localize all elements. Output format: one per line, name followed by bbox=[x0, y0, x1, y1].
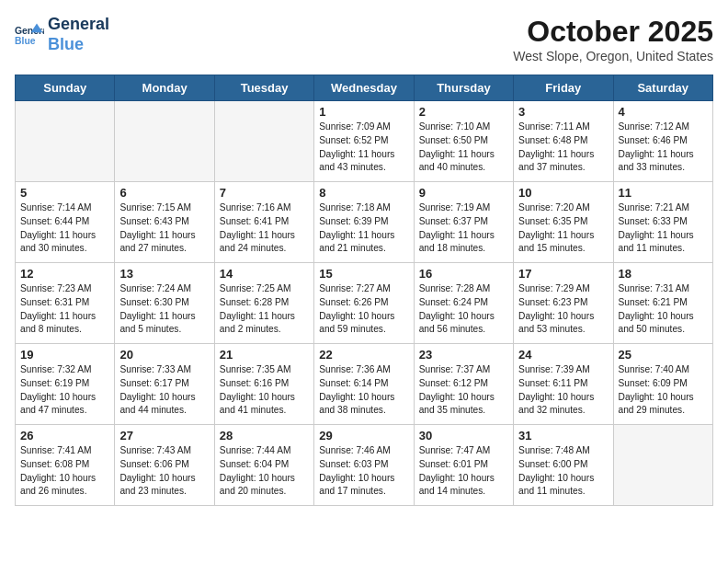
cell-info: Sunrise: 7:25 AMSunset: 6:28 PMDaylight:… bbox=[220, 282, 309, 337]
day-number: 8 bbox=[319, 186, 408, 200]
calendar-cell: 31Sunrise: 7:48 AMSunset: 6:00 PMDayligh… bbox=[514, 425, 613, 506]
day-number: 2 bbox=[419, 105, 508, 119]
cell-info: Sunrise: 7:21 AMSunset: 6:33 PMDaylight:… bbox=[619, 201, 708, 256]
calendar-cell: 19Sunrise: 7:32 AMSunset: 6:19 PMDayligh… bbox=[16, 344, 115, 425]
calendar-cell: 25Sunrise: 7:40 AMSunset: 6:09 PMDayligh… bbox=[613, 344, 712, 425]
cell-info: Sunrise: 7:11 AMSunset: 6:48 PMDaylight:… bbox=[518, 121, 608, 175]
day-number: 6 bbox=[119, 186, 209, 200]
day-number: 20 bbox=[119, 348, 209, 362]
cell-info: Sunrise: 7:47 AMSunset: 6:01 PMDaylight:… bbox=[419, 444, 508, 499]
cell-info: Sunrise: 7:15 AMSunset: 6:43 PMDaylight:… bbox=[119, 201, 209, 256]
cell-info: Sunrise: 7:32 AMSunset: 6:19 PMDaylight:… bbox=[20, 363, 109, 418]
day-number: 22 bbox=[319, 348, 408, 362]
cell-info: Sunrise: 7:09 AMSunset: 6:52 PMDaylight:… bbox=[319, 121, 408, 175]
calendar-cell: 28Sunrise: 7:44 AMSunset: 6:04 PMDayligh… bbox=[214, 425, 313, 506]
location: West Slope, Oregon, United States bbox=[513, 49, 713, 63]
weekday-header-monday: Monday bbox=[115, 75, 214, 101]
calendar-cell: 27Sunrise: 7:43 AMSunset: 6:06 PMDayligh… bbox=[115, 425, 214, 506]
weekday-header-wednesday: Wednesday bbox=[314, 75, 414, 101]
calendar-week-3: 12Sunrise: 7:23 AMSunset: 6:31 PMDayligh… bbox=[16, 263, 713, 344]
calendar-cell: 22Sunrise: 7:36 AMSunset: 6:14 PMDayligh… bbox=[314, 344, 414, 425]
calendar-week-4: 19Sunrise: 7:32 AMSunset: 6:19 PMDayligh… bbox=[16, 344, 713, 425]
calendar-cell: 12Sunrise: 7:23 AMSunset: 6:31 PMDayligh… bbox=[16, 263, 115, 344]
calendar-cell: 30Sunrise: 7:47 AMSunset: 6:01 PMDayligh… bbox=[414, 425, 513, 506]
weekday-header-sunday: Sunday bbox=[16, 75, 115, 101]
day-number: 31 bbox=[518, 429, 608, 442]
day-number: 17 bbox=[518, 267, 608, 281]
calendar-cell: 18Sunrise: 7:31 AMSunset: 6:21 PMDayligh… bbox=[613, 263, 712, 344]
weekday-header-friday: Friday bbox=[514, 75, 613, 101]
weekday-header-thursday: Thursday bbox=[414, 75, 513, 101]
svg-text:Blue: Blue bbox=[15, 36, 36, 46]
cell-info: Sunrise: 7:10 AMSunset: 6:50 PMDaylight:… bbox=[419, 121, 508, 175]
logo: General Blue General Blue bbox=[15, 15, 109, 54]
cell-info: Sunrise: 7:24 AMSunset: 6:30 PMDaylight:… bbox=[119, 282, 209, 337]
month-title: October 2025 bbox=[513, 15, 713, 49]
calendar-week-2: 5Sunrise: 7:14 AMSunset: 6:44 PMDaylight… bbox=[16, 182, 713, 263]
logo-icon: General Blue bbox=[15, 22, 44, 48]
day-number: 7 bbox=[220, 186, 309, 200]
cell-info: Sunrise: 7:36 AMSunset: 6:14 PMDaylight:… bbox=[319, 363, 408, 418]
calendar-cell: 24Sunrise: 7:39 AMSunset: 6:11 PMDayligh… bbox=[514, 344, 613, 425]
day-number: 18 bbox=[619, 267, 708, 281]
day-number: 25 bbox=[619, 348, 708, 362]
weekday-header-row: SundayMondayTuesdayWednesdayThursdayFrid… bbox=[16, 75, 713, 101]
day-number: 24 bbox=[518, 348, 608, 362]
cell-info: Sunrise: 7:28 AMSunset: 6:24 PMDaylight:… bbox=[419, 282, 508, 337]
calendar-cell bbox=[16, 101, 115, 182]
day-number: 29 bbox=[319, 429, 408, 442]
day-number: 16 bbox=[419, 267, 508, 281]
calendar-header: SundayMondayTuesdayWednesdayThursdayFrid… bbox=[16, 75, 713, 101]
cell-info: Sunrise: 7:41 AMSunset: 6:08 PMDaylight:… bbox=[20, 444, 109, 499]
calendar-cell: 11Sunrise: 7:21 AMSunset: 6:33 PMDayligh… bbox=[613, 182, 712, 263]
calendar-week-5: 26Sunrise: 7:41 AMSunset: 6:08 PMDayligh… bbox=[16, 425, 713, 506]
cell-info: Sunrise: 7:44 AMSunset: 6:04 PMDaylight:… bbox=[220, 444, 309, 499]
calendar-cell: 7Sunrise: 7:16 AMSunset: 6:41 PMDaylight… bbox=[214, 182, 313, 263]
day-number: 10 bbox=[518, 186, 608, 200]
calendar-cell: 17Sunrise: 7:29 AMSunset: 6:23 PMDayligh… bbox=[514, 263, 613, 344]
day-number: 13 bbox=[119, 267, 209, 281]
calendar-cell: 23Sunrise: 7:37 AMSunset: 6:12 PMDayligh… bbox=[414, 344, 513, 425]
cell-info: Sunrise: 7:16 AMSunset: 6:41 PMDaylight:… bbox=[220, 201, 309, 256]
calendar-cell: 20Sunrise: 7:33 AMSunset: 6:17 PMDayligh… bbox=[115, 344, 214, 425]
day-number: 23 bbox=[419, 348, 508, 362]
day-number: 26 bbox=[20, 429, 109, 442]
cell-info: Sunrise: 7:33 AMSunset: 6:17 PMDaylight:… bbox=[119, 363, 209, 418]
calendar-cell bbox=[613, 425, 712, 506]
cell-info: Sunrise: 7:12 AMSunset: 6:46 PMDaylight:… bbox=[619, 121, 708, 175]
calendar-cell bbox=[115, 101, 214, 182]
cell-info: Sunrise: 7:18 AMSunset: 6:39 PMDaylight:… bbox=[319, 201, 408, 256]
calendar-cell: 8Sunrise: 7:18 AMSunset: 6:39 PMDaylight… bbox=[314, 182, 414, 263]
calendar-cell: 9Sunrise: 7:19 AMSunset: 6:37 PMDaylight… bbox=[414, 182, 513, 263]
day-number: 28 bbox=[220, 429, 309, 442]
calendar-cell: 1Sunrise: 7:09 AMSunset: 6:52 PMDaylight… bbox=[314, 101, 414, 182]
calendar-week-1: 1Sunrise: 7:09 AMSunset: 6:52 PMDaylight… bbox=[16, 101, 713, 182]
day-number: 19 bbox=[20, 348, 109, 362]
page-header: General Blue General Blue October 2025 W… bbox=[15, 15, 713, 63]
calendar-cell: 16Sunrise: 7:28 AMSunset: 6:24 PMDayligh… bbox=[414, 263, 513, 344]
calendar-cell: 6Sunrise: 7:15 AMSunset: 6:43 PMDaylight… bbox=[115, 182, 214, 263]
cell-info: Sunrise: 7:43 AMSunset: 6:06 PMDaylight:… bbox=[119, 444, 209, 499]
calendar-cell: 15Sunrise: 7:27 AMSunset: 6:26 PMDayligh… bbox=[314, 263, 414, 344]
title-block: October 2025 West Slope, Oregon, United … bbox=[513, 15, 713, 63]
day-number: 9 bbox=[419, 186, 508, 200]
cell-info: Sunrise: 7:40 AMSunset: 6:09 PMDaylight:… bbox=[619, 363, 708, 418]
cell-info: Sunrise: 7:35 AMSunset: 6:16 PMDaylight:… bbox=[220, 363, 309, 418]
weekday-header-tuesday: Tuesday bbox=[214, 75, 313, 101]
cell-info: Sunrise: 7:14 AMSunset: 6:44 PMDaylight:… bbox=[20, 201, 109, 256]
day-number: 4 bbox=[619, 105, 708, 119]
cell-info: Sunrise: 7:19 AMSunset: 6:37 PMDaylight:… bbox=[419, 201, 508, 256]
day-number: 11 bbox=[619, 186, 708, 200]
day-number: 14 bbox=[220, 267, 309, 281]
day-number: 12 bbox=[20, 267, 109, 281]
calendar-cell: 3Sunrise: 7:11 AMSunset: 6:48 PMDaylight… bbox=[514, 101, 613, 182]
day-number: 3 bbox=[518, 105, 608, 119]
cell-info: Sunrise: 7:29 AMSunset: 6:23 PMDaylight:… bbox=[518, 282, 608, 337]
logo-text: General Blue bbox=[48, 15, 109, 54]
calendar-body: 1Sunrise: 7:09 AMSunset: 6:52 PMDaylight… bbox=[16, 101, 713, 506]
calendar-cell: 10Sunrise: 7:20 AMSunset: 6:35 PMDayligh… bbox=[514, 182, 613, 263]
cell-info: Sunrise: 7:27 AMSunset: 6:26 PMDaylight:… bbox=[319, 282, 408, 337]
calendar-cell: 13Sunrise: 7:24 AMSunset: 6:30 PMDayligh… bbox=[115, 263, 214, 344]
calendar-table: SundayMondayTuesdayWednesdayThursdayFrid… bbox=[15, 75, 713, 506]
day-number: 5 bbox=[20, 186, 109, 200]
